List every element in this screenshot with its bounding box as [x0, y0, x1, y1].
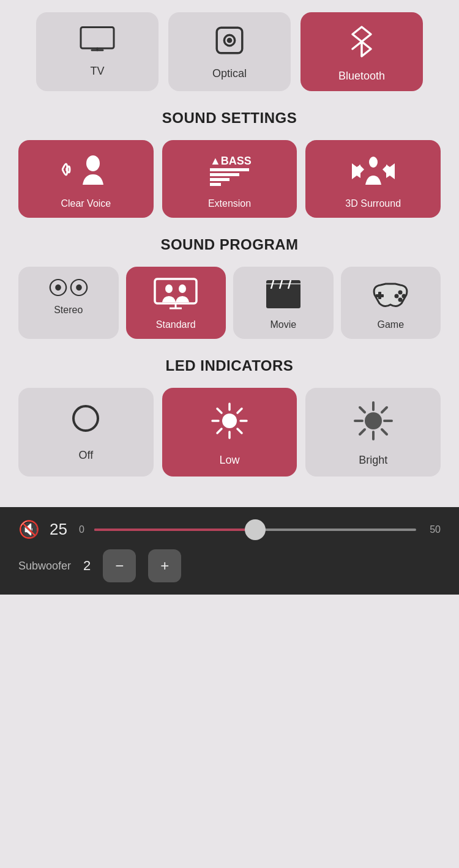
svg-rect-8	[210, 168, 249, 171]
standard-button[interactable]: Standard	[126, 267, 226, 339]
game-button[interactable]: Game	[341, 267, 441, 339]
svg-rect-9	[210, 173, 239, 176]
svg-point-5	[228, 39, 231, 42]
svg-point-12	[369, 157, 378, 168]
svg-point-31	[222, 414, 237, 428]
subwoofer-value: 2	[83, 558, 91, 574]
volume-max: 50	[430, 524, 441, 535]
svg-rect-10	[210, 178, 230, 181]
source-tv-label: TV	[90, 65, 104, 78]
sound-program-row: ⦿⦿ Stereo Standard	[18, 267, 441, 339]
svg-line-48	[360, 429, 365, 434]
led-off-button[interactable]: Off	[18, 388, 154, 477]
slider-fill	[94, 529, 255, 531]
svg-point-15	[179, 284, 186, 293]
clear-voice-icon	[61, 151, 110, 192]
mute-icon: 🔇	[18, 519, 40, 540]
svg-point-14	[165, 284, 173, 293]
svg-point-40	[365, 412, 382, 429]
tv-icon	[79, 24, 116, 59]
led-low-icon	[210, 401, 249, 445]
extension-label: Extension	[208, 198, 251, 209]
source-optical-label: Optical	[212, 67, 247, 80]
slider-thumb[interactable]	[245, 519, 266, 540]
sound-settings-row: Clear Voice ▲BASS Extension	[18, 140, 441, 218]
svg-line-46	[382, 429, 387, 434]
3d-surround-label: 3D Surround	[345, 198, 401, 209]
led-low-button[interactable]: Low	[162, 388, 297, 477]
stereo-icon: ⦿⦿	[48, 278, 89, 299]
led-indicators-title: LED INDICATORS	[18, 357, 441, 374]
stereo-button[interactable]: ⦿⦿ Stereo	[18, 267, 119, 339]
stereo-label: Stereo	[54, 305, 83, 316]
svg-point-29	[398, 298, 403, 302]
svg-rect-18	[266, 286, 300, 308]
svg-line-37	[237, 429, 242, 433]
bluetooth-icon	[346, 24, 377, 64]
3d-surround-icon	[346, 151, 401, 192]
svg-point-26	[398, 291, 403, 295]
main-content: TV Optical Bluetooth SOUND SETTINGS	[0, 0, 459, 507]
volume-value: 25	[50, 520, 69, 539]
subwoofer-minus-button[interactable]: −	[103, 549, 136, 582]
bottom-bar: 🔇 25 0 50 Subwoofer 2 − +	[0, 507, 459, 595]
3d-surround-button[interactable]: 3D Surround	[305, 140, 441, 218]
svg-rect-13	[155, 279, 196, 303]
svg-text:▲BASS: ▲BASS	[210, 155, 252, 167]
svg-point-6	[86, 155, 100, 171]
svg-rect-25	[376, 294, 384, 297]
led-bright-icon	[354, 401, 393, 445]
led-bright-label: Bright	[359, 454, 387, 467]
svg-rect-11	[210, 183, 221, 186]
svg-line-47	[382, 407, 387, 412]
svg-point-30	[73, 406, 98, 431]
extension-icon: ▲BASS	[205, 151, 254, 192]
svg-rect-0	[81, 28, 114, 49]
clear-voice-label: Clear Voice	[61, 198, 111, 209]
source-row: TV Optical Bluetooth	[18, 12, 441, 91]
sound-settings-title: SOUND SETTINGS	[18, 109, 441, 127]
movie-label: Movie	[270, 319, 296, 330]
game-icon	[370, 278, 411, 313]
volume-min: 0	[79, 524, 84, 535]
svg-line-39	[217, 429, 222, 433]
led-bright-button[interactable]: Bright	[305, 388, 441, 477]
clear-voice-button[interactable]: Clear Voice	[18, 140, 154, 218]
sound-program-title: SOUND PROGRAM	[18, 236, 441, 253]
movie-icon	[265, 278, 302, 313]
standard-icon	[154, 278, 198, 313]
svg-point-28	[402, 294, 406, 299]
extension-button[interactable]: ▲BASS Extension	[162, 140, 297, 218]
led-indicators-row: Off Low	[18, 388, 441, 477]
svg-line-45	[360, 407, 365, 412]
subwoofer-row: Subwoofer 2 − +	[18, 549, 441, 582]
volume-slider[interactable]	[94, 528, 416, 532]
source-bluetooth-label: Bluetooth	[338, 70, 385, 83]
volume-row: 🔇 25 0 50	[18, 519, 441, 540]
game-label: Game	[377, 319, 404, 330]
svg-line-38	[237, 409, 242, 413]
standard-label: Standard	[156, 319, 196, 330]
led-off-label: Off	[78, 449, 93, 462]
movie-button[interactable]: Movie	[233, 267, 334, 339]
source-tv-button[interactable]: TV	[36, 12, 159, 91]
led-low-label: Low	[219, 454, 239, 467]
subwoofer-plus-button[interactable]: +	[148, 549, 181, 582]
subwoofer-label: Subwoofer	[18, 560, 71, 573]
source-optical-button[interactable]: Optical	[168, 12, 291, 91]
source-bluetooth-button[interactable]: Bluetooth	[300, 12, 423, 91]
led-off-icon	[69, 401, 103, 440]
svg-point-27	[395, 294, 399, 299]
svg-line-36	[217, 409, 222, 413]
optical-icon	[214, 24, 245, 61]
